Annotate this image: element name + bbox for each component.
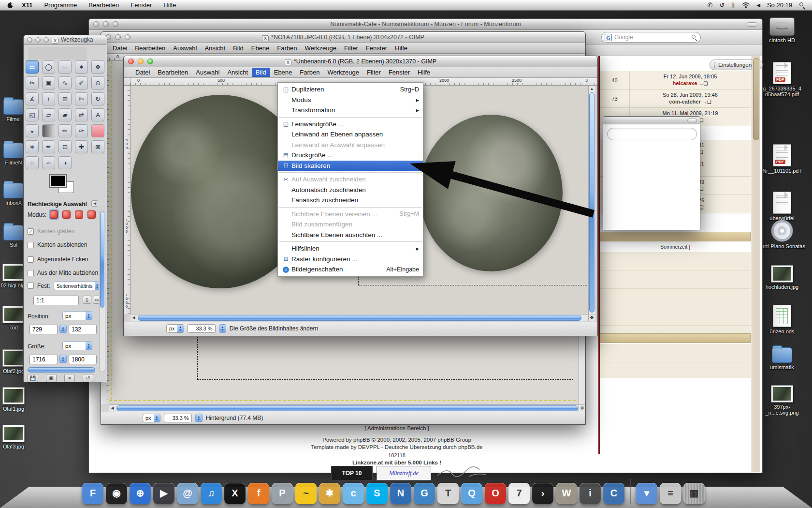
menu-item-hilfslinien[interactable]: Hilfslinien▸ (278, 243, 423, 254)
quicktime-icon[interactable]: Q (461, 483, 482, 504)
gradient-tool[interactable] (42, 124, 55, 137)
text-tool[interactable]: A (91, 108, 104, 121)
paintbrush-tool[interactable]: ✑ (75, 124, 88, 137)
forum-topic-row[interactable]: 40Fr 12. Jun 2009, 18:05helcaraxe →❏ (600, 71, 751, 90)
close-button[interactable] (27, 37, 32, 43)
menu-ebene[interactable]: Ebene (270, 68, 296, 77)
pencil-tool[interactable]: ✏ (58, 124, 72, 137)
ichat-icon[interactable]: c (343, 483, 364, 504)
zoom-spinner[interactable]: ▲▼ (195, 414, 203, 422)
close-button[interactable] (128, 59, 134, 64)
rotate-tool[interactable]: ↻ (91, 92, 104, 105)
position-spinner[interactable]: ▲▼ (59, 325, 67, 333)
menu-item-leinwand-an-ebenen-anpassen[interactable]: Leinwand an Ebenen anpassen (278, 129, 423, 140)
dashboard-icon[interactable]: ◉ (106, 483, 127, 504)
camino-icon[interactable]: C (603, 483, 624, 504)
desktop-icon-nr-101101-pd-f[interactable]: PDFNr__101101.pd f (757, 144, 807, 174)
finder-icon[interactable]: F (82, 483, 103, 504)
menu-item-duplizieren[interactable]: ◫DuplizierenStrg+D (278, 84, 423, 95)
menu-auswahl[interactable]: Auswahl (169, 44, 201, 53)
menu-fenster[interactable]: Fenster (385, 68, 414, 77)
ink-tool[interactable]: ✒ (42, 140, 55, 153)
zoom-button[interactable] (44, 37, 49, 43)
desktop-icon-nzen-ods[interactable]: ünzen.ods (757, 305, 807, 334)
browser-scrollbar[interactable] (752, 56, 760, 472)
spotlight-icon[interactable] (799, 2, 805, 8)
align-tool[interactable]: ⊞ (58, 92, 72, 105)
skype-icon[interactable]: S (366, 483, 388, 504)
menu-werkzeuge[interactable]: Werkzeuge (301, 44, 341, 53)
flip-tool[interactable]: ⇄ (75, 108, 88, 121)
menu-hilfe[interactable]: Hilfe (414, 68, 434, 77)
x11-icon[interactable]: X (224, 483, 246, 504)
menu-item-automatisch-zuschneiden[interactable]: Automatisch zuschneiden (278, 185, 423, 195)
position-x-field[interactable]: 729 (29, 325, 58, 334)
perspective-clone-tool[interactable]: ⊠ (91, 140, 104, 153)
time-machine-icon[interactable]: ↺ (720, 1, 725, 9)
add-mode-icon[interactable] (62, 210, 71, 219)
ical-icon[interactable]: 7 (508, 483, 530, 504)
menu-item-transformation[interactable]: Transformation▸ (278, 105, 423, 116)
opera-icon[interactable]: O (485, 483, 506, 504)
menu-datei[interactable]: Datei (109, 44, 131, 53)
browser-titlebar[interactable]: Numismatik-Cafe - Numismatikforum - Münz… (89, 19, 762, 30)
portrait-icon[interactable]: ▯ (83, 296, 91, 304)
fuzzy-select-tool[interactable]: ✶ (75, 60, 88, 74)
airbrush-tool[interactable]: ∗ (26, 140, 39, 153)
delete-options-button[interactable]: ✕ (64, 374, 75, 382)
menu-item-sichtbare-ebenen-ausrichten[interactable]: Sichtbare Ebenen ausrichten ... (278, 230, 423, 240)
menu-filter[interactable]: Filter (363, 68, 385, 77)
fest-dropdown[interactable]: Seitenverhältnis ▲▼ (54, 281, 100, 290)
zoom-level-field[interactable]: 33.3 % (188, 324, 216, 333)
downloads-folder-icon[interactable]: ▾ (636, 483, 657, 504)
select-by-color-tool[interactable]: ❖ (91, 60, 104, 74)
panel-search-field[interactable] (607, 128, 697, 140)
mail-icon[interactable]: @ (177, 483, 198, 504)
menu-item-bild-skalieren[interactable]: ⊡Bild skalieren (278, 161, 423, 171)
documents-stack-icon[interactable]: ≡ (660, 483, 681, 504)
panel-lozenge[interactable] (687, 119, 697, 122)
trash-icon[interactable]: ▦ (683, 483, 705, 504)
zoom-spinner[interactable]: ▲▼ (219, 324, 226, 333)
menubar-item-programme[interactable]: Programme (38, 1, 83, 9)
gimp-icon[interactable]: W (556, 483, 577, 504)
abgerundete-ecken-checkbox[interactable] (28, 256, 34, 263)
menu-auswahl[interactable]: Auswahl (192, 68, 223, 77)
vertical-scrollbar[interactable]: ▲ (588, 86, 595, 314)
desktop-icon-hochladen-jpg[interactable]: hochladen.jpg (757, 265, 807, 290)
menubar-item-bearbeiten[interactable]: Bearbeiten (83, 1, 125, 9)
menu-ansicht[interactable]: Ansicht (223, 68, 252, 77)
collapse-button[interactable]: ◀ (91, 200, 98, 207)
linkzone-link[interactable]: Linkzone.at mit über 5.000 Links ! (89, 460, 705, 465)
minimize-button[interactable] (35, 37, 41, 43)
gimp-back-titlebar[interactable]: X*NO1A7108.JPG-8.0 (RGB, 1 Ebene) 3104x2… (101, 32, 585, 43)
bucket-fill-tool[interactable]: ◒ (26, 124, 39, 137)
post-author-link[interactable]: coin-catcher →❏ (669, 98, 711, 105)
menu-item-leinwand-an-auswahl-anpassen[interactable]: Leinwand an Auswahl anpassen (278, 140, 423, 150)
post-author-link[interactable]: helcaraxe →❏ (673, 80, 708, 87)
goto-post-icon[interactable]: →❏ (702, 99, 711, 105)
menu-ansicht[interactable]: Ansicht (201, 44, 229, 53)
volume-icon[interactable]: ◀ (756, 2, 760, 8)
eraser-tool[interactable] (91, 124, 104, 137)
neooffice-icon[interactable]: N (390, 483, 411, 504)
smudge-tool[interactable]: ∽ (42, 156, 55, 169)
scale-tool[interactable]: ◱ (26, 108, 39, 121)
perspective-tool[interactable]: ▰ (58, 108, 72, 121)
options-scrollbar[interactable] (28, 367, 95, 373)
menu-item-druckgr-e[interactable]: ▤Druckgröße ... (278, 150, 423, 161)
gimp-front-titlebar[interactable]: X*Unbenannt-6.0 (RGB, 2 Ebenen) 3020x137… (124, 56, 597, 67)
desktop-icon-g-267339335-4-d5baaf574-pdf[interactable]: PDFg_267339335_4 d5baaf574.pdf (757, 62, 807, 97)
color-picker-tool[interactable]: ✐ (75, 76, 88, 90)
menu-filter[interactable]: Filter (340, 44, 362, 53)
google-search-field[interactable]: G Google (601, 32, 701, 43)
itunes-icon[interactable]: ♫ (201, 483, 222, 504)
wifi-icon[interactable] (742, 2, 750, 8)
phone-icon[interactable]: ✆ (708, 1, 713, 9)
menu-bild[interactable]: Bild (252, 68, 270, 77)
zoom-button[interactable] (147, 59, 153, 64)
menu-ebene[interactable]: Ebene (247, 44, 274, 53)
position-unit-dropdown[interactable]: px ▲▼ (62, 311, 92, 320)
google-earth-icon[interactable]: G (414, 483, 435, 504)
size-spinner[interactable]: ▲▼ (59, 355, 67, 363)
